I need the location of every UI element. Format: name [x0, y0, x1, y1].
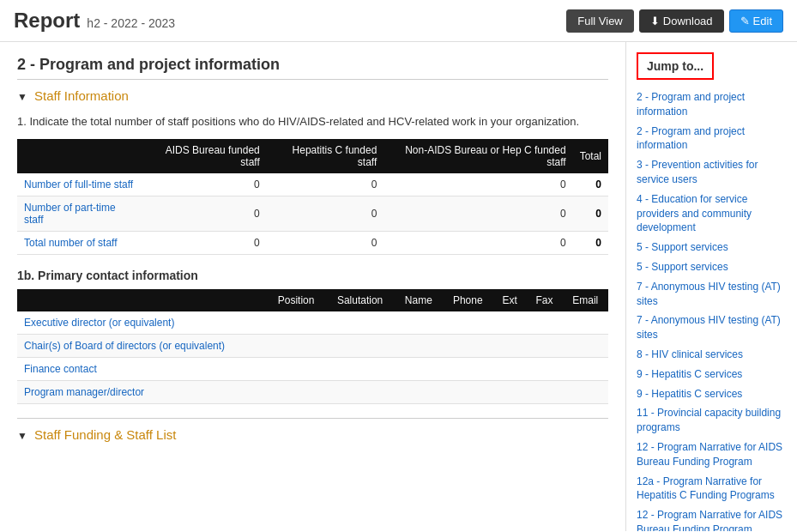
sidebar-link-0[interactable]: 2 - Program and project information — [637, 90, 787, 119]
question-1-text: 1. Indicate the total number of staff po… — [17, 113, 608, 130]
fullview-button[interactable]: Full View — [566, 9, 634, 33]
sidebar-link-9[interactable]: 9 - Hepatitis C services — [637, 367, 787, 382]
nonaids-count: 0 — [383, 173, 572, 196]
sidebar-links-container: 2 - Program and project information2 - P… — [637, 90, 787, 531]
table-row: Number of part-time staff 0 0 0 0 — [17, 196, 608, 231]
contact-phone — [443, 380, 493, 403]
staff-count-table: AIDS Bureau funded staff Hepatitis C fun… — [17, 139, 608, 255]
sidebar-link-14[interactable]: 12 - Program Narrative for AIDS Bureau F… — [637, 508, 787, 531]
download-icon: ⬇ — [650, 15, 660, 27]
contact-col-ext: Ext — [493, 289, 527, 311]
table-row: Chair(s) of Board of directors (or equiv… — [17, 334, 608, 357]
contact-fax — [527, 311, 563, 335]
contact-role-label: Program manager/director — [17, 380, 267, 403]
contact-phone — [443, 334, 493, 357]
sidebar-link-13[interactable]: 12a - Program Narrative for Hepatitis C … — [637, 475, 787, 504]
sidebar-link-3[interactable]: 4 - Education for service providers and … — [637, 192, 787, 235]
contact-name — [395, 357, 443, 380]
sidebar-link-2[interactable]: 3 - Prevention activities for service us… — [637, 158, 787, 187]
hep-count: 0 — [267, 173, 384, 196]
contact-ext — [493, 357, 527, 380]
contact-name — [395, 334, 443, 357]
contact-col-phone: Phone — [443, 289, 493, 311]
table-row: Executive director (or equivalent) — [17, 311, 608, 335]
col-header-total: Total — [573, 139, 608, 173]
contact-col-fax: Fax — [527, 289, 563, 311]
title-group: Report h2 - 2022 - 2023 — [14, 9, 175, 33]
aids-count: 0 — [141, 231, 267, 254]
col-header-nonaids: Non-AIDS Bureau or Hep C funded staff — [383, 139, 572, 173]
page-header: Report h2 - 2022 - 2023 Full View ⬇ Down… — [0, 0, 797, 42]
section-title: 2 - Program and project information — [17, 56, 608, 80]
contact-col-position: Position — [267, 289, 325, 311]
row-label: Number of part-time staff — [17, 196, 141, 231]
contact-phone — [443, 357, 493, 380]
edit-button[interactable]: ✎ Edit — [729, 9, 783, 33]
sidebar-link-8[interactable]: 8 - HIV clinical services — [637, 348, 787, 362]
contact-ext — [493, 380, 527, 403]
action-buttons: Full View ⬇ Download ✎ Edit — [566, 9, 783, 33]
sidebar-link-7[interactable]: 7 - Anonymous HIV testing (AT) sites — [637, 313, 787, 342]
edit-icon: ✎ — [740, 15, 750, 27]
total-count: 0 — [573, 231, 608, 254]
contact-salutation — [325, 380, 395, 403]
staff-funding-section: ▼ Staff Funding & Staff List — [17, 418, 608, 442]
main-content-area: 2 - Program and project information ▼ St… — [0, 42, 625, 531]
sidebar-link-1[interactable]: 2 - Program and project information — [637, 124, 787, 154]
col-header-hep: Hepatitis C funded staff — [267, 139, 384, 173]
contact-col-namecol: Name — [395, 289, 443, 311]
contact-fax — [527, 334, 563, 357]
contact-email — [562, 380, 608, 403]
contact-table: Position Salutation Name Phone Ext Fax E… — [17, 289, 608, 404]
jump-to-button[interactable]: Jump to... — [637, 52, 714, 80]
sidebar-link-4[interactable]: 5 - Support services — [637, 240, 787, 255]
contact-ext — [493, 334, 527, 357]
table-row: Finance contact — [17, 357, 608, 380]
row-label: Number of full-time staff — [17, 173, 141, 196]
contact-email — [562, 311, 608, 335]
question-1b-label: 1b. Primary contact information — [17, 269, 608, 282]
contact-position — [267, 380, 325, 403]
row-label: Total number of staff — [17, 231, 141, 254]
table-row: Program manager/director — [17, 380, 608, 403]
sidebar-link-5[interactable]: 5 - Support services — [637, 260, 787, 275]
contact-position — [267, 311, 325, 335]
contact-email — [562, 334, 608, 357]
contact-email — [562, 357, 608, 380]
contact-position — [267, 357, 325, 380]
contact-name — [395, 380, 443, 403]
hep-count: 0 — [267, 196, 384, 231]
contact-role-label: Executive director (or equivalent) — [17, 311, 267, 335]
sidebar-link-12[interactable]: 12 - Program Narrative for AIDS Bureau F… — [637, 440, 787, 469]
download-button[interactable]: ⬇ Download — [639, 9, 724, 33]
nonaids-count: 0 — [383, 231, 572, 254]
sidebar-link-6[interactable]: 7 - Anonymous HIV testing (AT) sites — [637, 280, 787, 309]
staff-information-section: ▼ Staff Information 1. Indicate the tota… — [17, 88, 608, 404]
table-row: Number of full-time staff 0 0 0 0 — [17, 173, 608, 196]
aids-count: 0 — [141, 173, 267, 196]
aids-count: 0 — [141, 196, 267, 231]
nonaids-count: 0 — [383, 196, 572, 231]
contact-salutation — [325, 334, 395, 357]
toggle-icon[interactable]: ▼ — [17, 91, 27, 103]
contact-fax — [527, 380, 563, 403]
sidebar-link-10[interactable]: 9 - Hepatitis C services — [637, 387, 787, 402]
contact-col-email: Email — [562, 289, 608, 311]
col-header-aids: AIDS Bureau funded staff — [141, 139, 267, 173]
contact-fax — [527, 357, 563, 380]
toggle-icon-funding[interactable]: ▼ — [17, 430, 27, 442]
contact-col-salutation: Salutation — [325, 289, 395, 311]
col-header-row-label — [17, 139, 141, 173]
contact-ext — [493, 311, 527, 335]
contact-salutation — [325, 357, 395, 380]
contact-position — [267, 334, 325, 357]
contact-role-label: Chair(s) of Board of directors (or equiv… — [17, 334, 267, 357]
report-period: h2 - 2022 - 2023 — [87, 16, 175, 30]
total-count: 0 — [573, 173, 608, 196]
page-title: Report — [14, 9, 80, 33]
hep-count: 0 — [267, 231, 384, 254]
contact-phone — [443, 311, 493, 335]
contact-name — [395, 311, 443, 335]
sidebar-link-11[interactable]: 11 - Provincial capacity building progra… — [637, 406, 787, 435]
contact-col-name — [17, 289, 267, 311]
